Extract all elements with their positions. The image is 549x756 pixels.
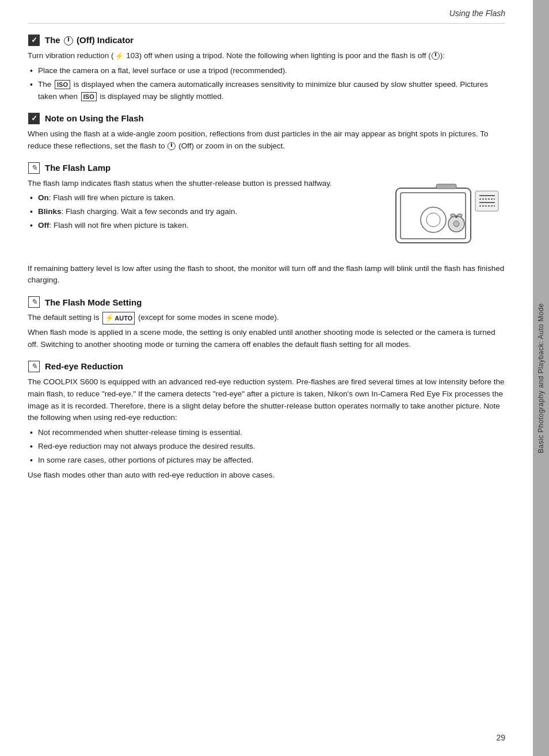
- red-eye-footer: Use flash modes other than auto with red…: [28, 469, 505, 482]
- main-content: Using the Flash The (Off) Indicator Turn…: [0, 0, 533, 756]
- svg-point-9: [426, 213, 440, 227]
- off-indicator-bullet-2: The ISO is displayed when the camera aut…: [28, 79, 505, 103]
- red-eye-para1: The COOLPIX S600 is equipped with an adv…: [28, 376, 505, 425]
- svg-point-11: [453, 221, 459, 227]
- iso-badge-1: ISO: [55, 80, 70, 89]
- red-eye-bullets: Not recommended when shutter-release tim…: [28, 427, 505, 467]
- svg-text:⚡: ⚡: [115, 51, 124, 61]
- check-icon-note-flash: [28, 112, 40, 125]
- check-icon-off-indicator: [28, 34, 40, 47]
- svg-rect-13: [458, 214, 462, 217]
- side-tab-text: Basic Photography and Playback: Auto Mod…: [537, 303, 545, 453]
- fauto-badge: ⚡AUTO: [102, 312, 135, 324]
- page-wrapper: Using the Flash The (Off) Indicator Turn…: [0, 0, 549, 756]
- svg-point-8: [421, 207, 446, 232]
- off-indicator-para1: Turn vibration reduction (⚡ 103) off whe…: [28, 50, 505, 62]
- section-note-flash: Note on Using the Flash When using the f…: [28, 112, 505, 152]
- red-eye-bullet-2: Red-eye reduction may not always produce…: [28, 441, 505, 453]
- flash-lamp-para1: The flash lamp indicates flash status wh…: [28, 178, 379, 190]
- pencil-mark-1: ✎: [28, 162, 40, 174]
- pencil-icon-red-eye: ✎: [28, 360, 40, 373]
- section-red-eye: ✎ Red-eye Reduction The COOLPIX S600 is …: [28, 360, 505, 482]
- flash-lamp-bullet-off: Off: Flash will not fire when picture is…: [28, 220, 379, 232]
- camera-diagram-container: [390, 182, 505, 259]
- flash-lamp-text: The flash lamp indicates flash status wh…: [28, 178, 379, 235]
- section-title-flash-lamp: The Flash Lamp: [45, 163, 110, 173]
- flash-lamp-bullet-blinks: Blinks: Flash charging. Wait a few secon…: [28, 206, 379, 218]
- red-eye-bullet-3: In some rare cases, other portions of pi…: [28, 455, 505, 467]
- header-bar: Using the Flash: [28, 0, 505, 24]
- section-heading-note-flash: Note on Using the Flash: [28, 112, 505, 125]
- pencil-mark-3: ✎: [28, 361, 40, 372]
- flash-lamp-bullets: On: Flash will fire when picture is take…: [28, 192, 379, 232]
- section-heading-flash-lamp: ✎ The Flash Lamp: [28, 162, 505, 174]
- svg-rect-12: [451, 214, 455, 217]
- pencil-mark-2: ✎: [28, 296, 40, 308]
- page-number: 29: [496, 733, 505, 742]
- camera-diagram-svg: [390, 182, 505, 257]
- note-flash-para1: When using the flash at a wide-angle zoo…: [28, 128, 505, 152]
- section-off-indicator: The (Off) Indicator Turn vibration reduc…: [28, 34, 505, 103]
- flash-mode-para2: When flash mode is applied in a scene mo…: [28, 327, 505, 351]
- svg-rect-7: [436, 184, 456, 189]
- section-heading-off-indicator: The (Off) Indicator: [28, 34, 505, 47]
- flash-lamp-bullet-on: On: Flash will fire when picture is take…: [28, 192, 379, 204]
- flash-mode-para1: The default setting is ⚡AUTO (except for…: [28, 312, 505, 324]
- red-eye-bullet-1: Not recommended when shutter-release tim…: [28, 427, 505, 439]
- check-mark-2: [28, 113, 40, 124]
- flash-lamp-footer: If remaining battery level is low after …: [28, 263, 505, 287]
- section-title-off-indicator: The (Off) Indicator: [45, 35, 134, 45]
- check-mark: [28, 35, 40, 46]
- pencil-icon-flash-lamp: ✎: [28, 162, 40, 174]
- side-tab: Basic Photography and Playback: Auto Mod…: [533, 0, 549, 756]
- off-indicator-bullet-1: Place the camera on a flat, level surfac…: [28, 65, 505, 77]
- section-heading-flash-mode: ✎ The Flash Mode Setting: [28, 296, 505, 308]
- section-title-note-flash: Note on Using the Flash: [45, 113, 144, 123]
- header-title: Using the Flash: [449, 9, 505, 18]
- flash-lamp-content: The flash lamp indicates flash status wh…: [28, 178, 505, 259]
- pencil-icon-flash-mode: ✎: [28, 296, 40, 308]
- section-title-red-eye: Red-eye Reduction: [45, 361, 123, 371]
- svg-rect-15: [475, 191, 498, 211]
- section-flash-lamp: ✎ The Flash Lamp The flash lamp indicate…: [28, 162, 505, 287]
- svg-point-14: [455, 216, 458, 218]
- section-title-flash-mode: The Flash Mode Setting: [45, 297, 142, 307]
- section-flash-mode: ✎ The Flash Mode Setting The default set…: [28, 296, 505, 350]
- section-heading-red-eye: ✎ Red-eye Reduction: [28, 360, 505, 373]
- off-indicator-bullets: Place the camera on a flat, level surfac…: [28, 65, 505, 103]
- iso-badge-2: ISO: [81, 92, 97, 101]
